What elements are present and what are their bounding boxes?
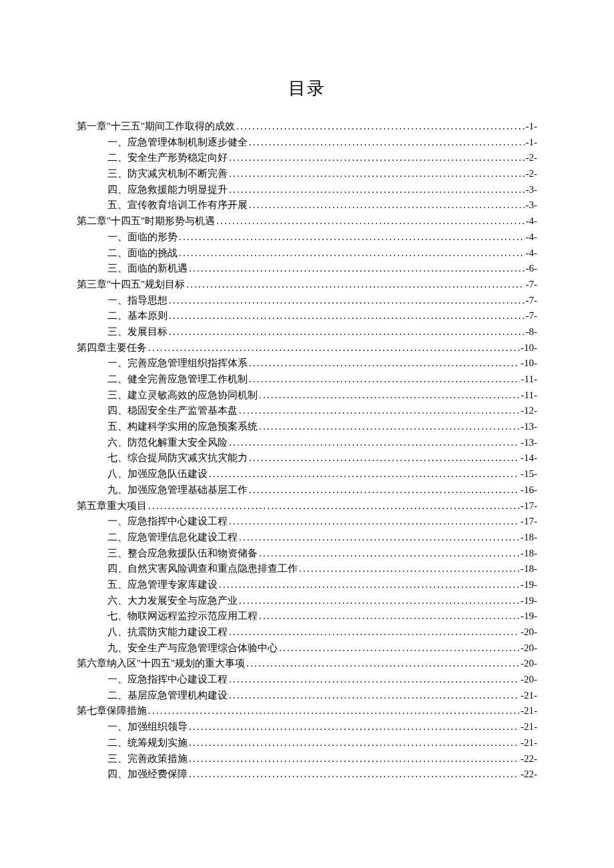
toc-entry-label: 九、安全生产与应急管理综合体验中心 [107, 640, 278, 656]
toc-entry: 五、构建科学实用的应急预案系统-13- [77, 419, 537, 434]
toc-entry-page: -19- [521, 608, 537, 624]
toc-leader-dots [179, 246, 525, 261]
toc-entry-label: 二、基本原则 [107, 308, 168, 324]
toc-entry-label: 五、应急管理专家库建设 [107, 577, 218, 592]
toc-leader-dots [169, 293, 525, 308]
toc-title: 目录 [77, 77, 537, 100]
toc-entry: 二、基层应急管理机构建设-21- [77, 688, 537, 703]
toc-entry: 第二章"十四五"时期形势与机遇-4- [77, 213, 537, 229]
toc-entry-page: -13- [521, 419, 537, 434]
toc-entry: 九、加强应急管理基础基层工作-16- [77, 482, 537, 498]
toc-entry: 三、完善政策措施-22- [77, 751, 537, 767]
toc-entry-page: -16- [521, 482, 537, 498]
toc-entry: 七、物联网远程监控示范应用工程-19- [77, 608, 537, 624]
toc-entry: 一、应急指挥中心建设工程-20- [77, 672, 537, 687]
toc-entry-label: 三、防灾减灾机制不断完善 [107, 166, 228, 181]
toc-entry-page: -8- [526, 324, 538, 340]
toc-entry: 三、面临的新机遇-6- [77, 261, 537, 276]
toc-leader-dots [148, 703, 519, 719]
toc-leader-dots [249, 372, 520, 387]
toc-entry-label: 三、完善政策措施 [107, 751, 188, 767]
toc-entry-page: -21- [521, 735, 537, 751]
toc-leader-dots [189, 261, 525, 276]
toc-entry-page: -4- [526, 230, 538, 245]
toc-entry-label: 二、基层应急管理机构建设 [107, 688, 228, 703]
toc-entry-label: 八、抗震防灾能力建设工程 [107, 624, 228, 640]
toc-leader-dots [299, 561, 519, 576]
toc-entry: 二、面临的挑战-4- [77, 246, 537, 261]
toc-entry-label: 六、防范化解重大安全风险 [107, 435, 228, 450]
toc-entry-page: -19- [521, 577, 537, 592]
toc-entry-label: 七、综合提局防灾减灾抗灾能力 [107, 450, 248, 466]
toc-entry-page: -3- [526, 197, 538, 213]
toc-entry-page: -6- [526, 261, 538, 276]
toc-entry-label: 一、面临的形势 [107, 230, 178, 245]
toc-entry-label: 四、应急救援能力明显提升 [107, 182, 228, 197]
toc-entry-page: -17- [521, 498, 537, 514]
toc-leader-dots [186, 277, 524, 292]
toc-entry-label: 一、应急管理体制机制逐步健全 [107, 135, 248, 150]
toc-entry-page: -10- [521, 356, 537, 371]
toc-entry-label: 第四章主要任务 [77, 340, 147, 356]
toc-entry-label: 一、加强组织领导 [107, 719, 188, 735]
toc-entry-label: 二、统筹规划实施 [107, 735, 188, 751]
toc-entry: 一、应急管理体制机制逐步健全-1- [77, 135, 537, 150]
toc-entry-page: -7- [526, 277, 538, 292]
toc-leader-dots [148, 340, 519, 356]
toc-leader-dots [249, 197, 525, 213]
toc-entry-page: -21- [521, 719, 537, 735]
toc-leader-dots [189, 719, 519, 735]
table-of-contents: 第一章"十三五"期间工作取得的成效-1-一、应急管理体制机制逐步健全-1-二、安… [77, 119, 537, 782]
toc-entry: 八、加强应急队伍建设-15- [77, 466, 537, 482]
toc-entry-page: -12- [521, 403, 537, 418]
toc-entry: 八、抗震防灾能力建设工程-20- [77, 624, 537, 640]
toc-entry-page: -14- [521, 450, 537, 466]
toc-entry-page: -18- [521, 546, 537, 561]
toc-entry: 三、发展目标-8- [77, 324, 537, 340]
toc-entry-page: -1- [526, 135, 538, 150]
toc-entry-label: 二、安全生产形势稳定向好 [107, 150, 228, 165]
toc-entry: 三、建立灵敏高效的应急协同机制-11- [77, 388, 537, 403]
toc-entry-page: -21- [521, 688, 537, 703]
toc-leader-dots [209, 466, 519, 482]
toc-entry-label: 四、稳固安全生产监管基本盘 [107, 403, 238, 418]
toc-entry-label: 第六章纳入区"十四五"规划的重大事项 [77, 656, 245, 671]
toc-entry-label: 一、指导思想 [107, 293, 168, 308]
toc-entry-page: -11- [521, 372, 537, 387]
toc-entry: 一、加强组织领导-21- [77, 719, 537, 735]
toc-leader-dots [236, 119, 524, 134]
toc-entry-page: -7- [526, 308, 538, 324]
toc-entry-page: -4- [526, 246, 538, 261]
toc-leader-dots [148, 498, 519, 514]
toc-leader-dots [259, 608, 519, 624]
toc-leader-dots [169, 324, 525, 340]
toc-entry-label: 二、健全完善应急管理工作机制 [107, 372, 248, 387]
toc-leader-dots [249, 356, 519, 371]
toc-entry-page: -19- [521, 593, 537, 608]
toc-entry-label: 三、建立灵敏高效的应急协同机制 [107, 388, 258, 403]
toc-entry-label: 四、自然灾害风险调查和重点隐患排查工作 [107, 561, 298, 576]
toc-entry-page: -20- [521, 640, 537, 656]
toc-entry-label: 二、应急管理信息化建设工程 [107, 530, 238, 545]
toc-entry: 第三章"十四五"规划目标-7- [77, 277, 537, 292]
toc-entry: 四、稳固安全生产监管基本盘-12- [77, 403, 537, 418]
toc-entry: 第四章主要任务-10- [77, 340, 537, 356]
toc-entry-page: -1- [526, 119, 538, 134]
toc-entry: 三、防灾减灾机制不断完善-2- [77, 166, 537, 181]
toc-entry: 三、整合应急救援队伍和物资储备-18- [77, 546, 537, 561]
toc-entry: 四、应急救援能力明显提升-3- [77, 182, 537, 197]
toc-leader-dots [179, 230, 525, 245]
toc-entry: 二、统筹规划实施-21- [77, 735, 537, 751]
toc-leader-dots [239, 593, 519, 608]
toc-entry-label: 五、构建科学实用的应急预案系统 [107, 419, 258, 434]
toc-entry-label: 第五章重大项目 [77, 498, 147, 514]
toc-entry: 第七章保障措施-21- [77, 703, 537, 719]
toc-entry: 一、面临的形势-4- [77, 230, 537, 245]
toc-entry-page: -22- [521, 767, 537, 782]
toc-leader-dots [259, 546, 519, 561]
toc-entry-page: -2- [526, 166, 538, 181]
toc-entry-label: 五、宣传教育培训工作有序开展 [107, 197, 248, 213]
toc-entry-label: 第一章"十三五"期间工作取得的成效 [77, 119, 235, 134]
toc-entry-page: -13- [521, 435, 537, 450]
toc-entry: 二、基本原则-7- [77, 308, 537, 324]
